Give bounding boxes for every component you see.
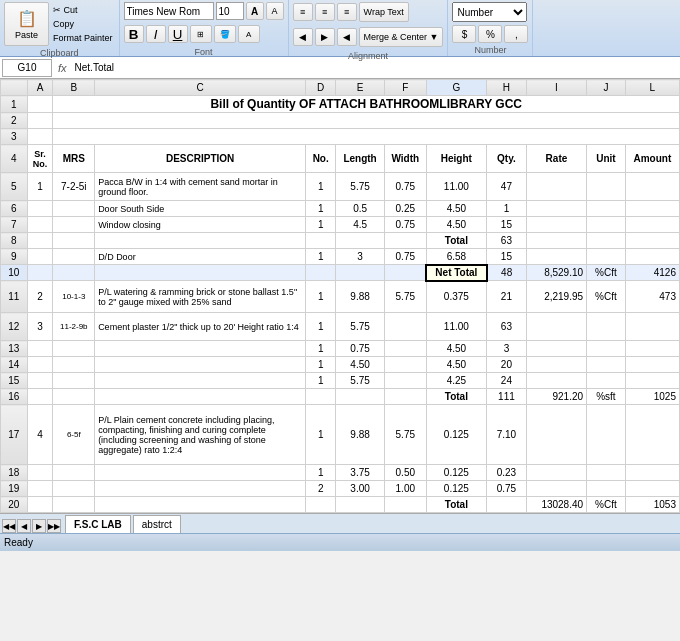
cell-f10[interactable] — [384, 265, 426, 281]
cell-d9[interactable]: 1 — [306, 249, 336, 265]
cell-f12[interactable] — [384, 313, 426, 341]
cell-g12[interactable]: 11.00 — [426, 313, 486, 341]
cell-e8[interactable] — [336, 233, 385, 249]
cell-f8[interactable] — [384, 233, 426, 249]
cell-e19[interactable]: 3.00 — [336, 481, 385, 497]
row-2-header[interactable]: 2 — [1, 113, 28, 129]
cell-h16[interactable]: 111 — [487, 389, 527, 405]
cell-j19[interactable] — [587, 481, 626, 497]
cell-h8[interactable]: 63 — [487, 233, 527, 249]
format-painter-button[interactable]: Format Painter — [51, 32, 115, 45]
cell-a10[interactable] — [27, 265, 53, 281]
cell-i18[interactable] — [526, 465, 586, 481]
cell-e10[interactable] — [336, 265, 385, 281]
cell-l9[interactable] — [625, 249, 679, 265]
cell-hgt-5[interactable]: 11.00 — [426, 173, 486, 201]
cell-b14[interactable] — [53, 357, 95, 373]
cell-i8[interactable] — [526, 233, 586, 249]
cell-b17[interactable]: 6-5f — [53, 405, 95, 465]
cell-b19[interactable] — [53, 481, 95, 497]
cell-h20[interactable] — [487, 497, 527, 513]
col-i[interactable]: I — [526, 80, 586, 96]
cell-j6[interactable] — [587, 201, 626, 217]
cell-g20[interactable]: Total — [426, 497, 486, 513]
cell-reference-input[interactable] — [2, 59, 52, 77]
row-18-header[interactable]: 18 — [1, 465, 28, 481]
cell-g10[interactable]: Net Total — [426, 265, 486, 281]
cell-j16[interactable]: %sft — [587, 389, 626, 405]
underline-button[interactable]: U — [168, 25, 188, 43]
cell-i19[interactable] — [526, 481, 586, 497]
paste-button[interactable]: 📋 Paste — [4, 2, 49, 46]
col-h[interactable]: H — [487, 80, 527, 96]
align-left-button[interactable]: ◀ — [293, 28, 313, 46]
row-15-header[interactable]: 15 — [1, 373, 28, 389]
col-l[interactable]: L — [625, 80, 679, 96]
cell-d18[interactable]: 1 — [306, 465, 336, 481]
cell-a17[interactable]: 4 — [27, 405, 53, 465]
cell-i15[interactable] — [526, 373, 586, 389]
cell-c20[interactable] — [95, 497, 306, 513]
cell-len-5[interactable]: 5.75 — [336, 173, 385, 201]
cell-amt-5[interactable] — [625, 173, 679, 201]
cell-i6[interactable] — [526, 201, 586, 217]
cell-e20[interactable] — [336, 497, 385, 513]
cell-i12[interactable] — [526, 313, 586, 341]
cell-l13[interactable] — [625, 341, 679, 357]
cell-l10[interactable]: 4126 — [625, 265, 679, 281]
cell-a1[interactable] — [27, 96, 53, 113]
cell-d17[interactable]: 1 — [306, 405, 336, 465]
row-7-header[interactable]: 7 — [1, 217, 28, 233]
cell-j17[interactable] — [587, 405, 626, 465]
cell-qty-5[interactable]: 47 — [487, 173, 527, 201]
cell-unit-5[interactable] — [587, 173, 626, 201]
cut-button[interactable]: ✂ Cut — [51, 4, 115, 17]
cell-no-5[interactable]: 1 — [306, 173, 336, 201]
percent-button[interactable]: % — [478, 25, 502, 43]
cell-b15[interactable] — [53, 373, 95, 389]
cell-d13[interactable]: 1 — [306, 341, 336, 357]
cell-g13[interactable]: 4.50 — [426, 341, 486, 357]
cell-j7[interactable] — [587, 217, 626, 233]
cell-b3[interactable] — [53, 129, 680, 145]
cell-h19[interactable]: 0.75 — [487, 481, 527, 497]
cell-i20[interactable]: 13028.40 — [526, 497, 586, 513]
cell-b10[interactable] — [53, 265, 95, 281]
cell-e18[interactable]: 3.75 — [336, 465, 385, 481]
row-19-header[interactable]: 19 — [1, 481, 28, 497]
cell-j20[interactable]: %Cft — [587, 497, 626, 513]
cell-c12[interactable]: Cement plaster 1/2" thick up to 20' Heig… — [95, 313, 306, 341]
cell-c11[interactable]: P/L watering & ramming brick or stone ba… — [95, 281, 306, 313]
last-sheet-button[interactable]: ▶▶ — [47, 519, 61, 533]
next-sheet-button[interactable]: ▶ — [32, 519, 46, 533]
formula-input[interactable] — [73, 62, 678, 73]
cell-f16[interactable] — [384, 389, 426, 405]
align-center-top-button[interactable]: ≡ — [315, 3, 335, 21]
cell-a7[interactable] — [27, 217, 53, 233]
row-16-header[interactable]: 16 — [1, 389, 28, 405]
wrap-text-button[interactable]: Wrap Text — [359, 2, 409, 22]
cell-c9[interactable]: D/D Door — [95, 249, 306, 265]
cell-i13[interactable] — [526, 341, 586, 357]
cell-c6[interactable]: Door South Side — [95, 201, 306, 217]
cell-desc-5[interactable]: Pacca B/W in 1:4 with cement sand mortar… — [95, 173, 306, 201]
cell-d16[interactable] — [306, 389, 336, 405]
col-f[interactable]: F — [384, 80, 426, 96]
cell-h10[interactable]: 48 — [487, 265, 527, 281]
cell-a9[interactable] — [27, 249, 53, 265]
row-4-header[interactable]: 4 — [1, 145, 28, 173]
cell-j12[interactable] — [587, 313, 626, 341]
border-button[interactable]: ⊞ — [190, 25, 212, 43]
row-12-header[interactable]: 12 — [1, 313, 28, 341]
font-name-input[interactable] — [124, 2, 214, 20]
dollar-button[interactable]: $ — [452, 25, 476, 43]
tab-abstrct[interactable]: abstrct — [133, 515, 181, 533]
cell-f18[interactable]: 0.50 — [384, 465, 426, 481]
cell-c19[interactable] — [95, 481, 306, 497]
cell-l16[interactable]: 1025 — [625, 389, 679, 405]
cell-j15[interactable] — [587, 373, 626, 389]
cell-l11[interactable]: 473 — [625, 281, 679, 313]
align-right-top-button[interactable]: ≡ — [337, 3, 357, 21]
cell-e17[interactable]: 9.88 — [336, 405, 385, 465]
cell-b9[interactable] — [53, 249, 95, 265]
